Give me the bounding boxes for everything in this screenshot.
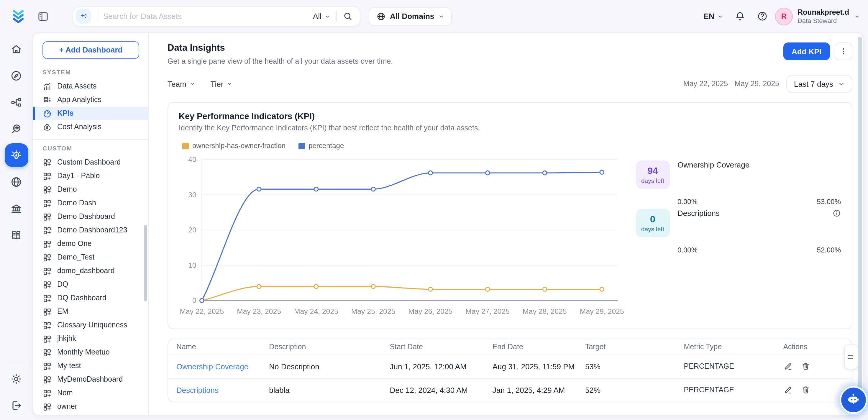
app-logo-icon[interactable] [11,8,26,24]
chevron-down-icon [854,13,860,19]
kpi-description-cell: No Description [269,362,390,371]
sidebar-item-search-dashboard[interactable]: Search Dashboard [33,414,148,415]
sidebar-item-demo-dash[interactable]: Demo Dash [33,197,148,210]
add-kpi-button[interactable]: Add KPI [783,42,830,60]
kpi-name-link[interactable]: Descriptions [176,386,219,394]
delete-kpi-button[interactable] [801,362,810,371]
rail-item-logout[interactable] [4,393,28,417]
kpi-progress-bar [678,218,841,246]
search-input[interactable] [103,12,313,21]
kpi-metric-type-cell: PERCENTAGE [684,362,783,370]
sidebar-item-demo-dashboard123[interactable]: Demo Dashboard123 [33,223,148,237]
global-search-bar: All [72,6,361,26]
app-analytics-icon [42,95,52,105]
user-menu[interactable]: R Rounakpreet.d Data Steward [775,7,860,25]
rail-item-governance[interactable] [4,197,28,220]
team-filter-dropdown[interactable]: Team [167,79,195,88]
data-assets-icon [42,82,52,91]
gear-icon [10,372,23,385]
kpi-target-cell: 53% [585,362,684,371]
days-left-badge: 94days left [636,160,670,189]
sidebar-item-label: demo One [57,239,92,248]
sidebar-item-owner[interactable]: owner [33,400,148,414]
sidebar-item-kpis[interactable]: KPIs [33,107,148,120]
sidebar-item-label: MyDemoDashboard [57,375,123,384]
kpi-summaries: 94days left Ownership Coverage 0.00%53.0… [624,140,841,322]
edit-kpi-button[interactable] [783,362,793,371]
dashboard-add-icon [42,348,52,357]
divider [97,11,97,22]
sidebar-item-mydemodashboard[interactable]: MyDemoDashboard [33,373,148,386]
sidebar-item-day1-pablo[interactable]: Day1 - Pablo [33,169,148,183]
sidebar-item-demo-dashboard[interactable]: Demo Dashboard [33,210,148,223]
period-dropdown[interactable]: Last 7 days [786,75,852,93]
sidebar-scrollbar[interactable] [144,225,147,301]
chat-assistant-button[interactable] [841,388,866,412]
search-icon[interactable] [343,11,353,21]
rail-item-explore[interactable] [4,64,28,87]
section-title-custom: CUSTOM [42,145,138,152]
sidebar-item-custom-dashboard[interactable]: Custom Dashboard [33,156,148,169]
dashboard-add-icon [42,375,52,384]
add-dashboard-button[interactable]: + Add Dashboard [42,41,139,59]
sidebar-item-label: My test [57,362,81,370]
info-icon[interactable] [832,209,841,218]
tier-filter-dropdown[interactable]: Tier [211,79,232,88]
delete-kpi-button[interactable] [801,385,810,395]
sidebar-item-label: DQ Dashboard [57,294,106,303]
sidebar-item-jhkjhk[interactable]: jhkjhk [33,332,148,346]
top-bar: All All Domains EN [0,0,868,32]
sidebar-toggle-icon[interactable] [35,8,51,25]
sidebar-item-label: App Analytics [57,96,101,104]
help-icon[interactable] [754,7,772,25]
workspace-panel: + Add Dashboard SYSTEMData AssetsApp Ana… [32,32,863,416]
kpi-end-date-cell: Aug 31, 2025, 11:59 PM [493,362,585,371]
page-title: Data Insights [167,42,393,53]
rail-item-home[interactable] [4,37,28,61]
sidebar-item-glossary-uniqueness[interactable]: Glossary Uniqueness [33,319,148,332]
collapsed-widget-tab[interactable] [844,344,858,369]
legend-swatch [299,143,305,149]
rail-item-insights[interactable] [4,143,28,167]
language-dropdown[interactable]: EN [704,12,723,21]
svg-text:20: 20 [188,226,196,234]
all-domains-dropdown[interactable]: All Domains [369,7,452,26]
more-options-kebab-icon[interactable] [834,42,852,60]
sidebar-item-monthly-meetuo[interactable]: Monthly Meetuo [33,346,148,359]
dashboard-add-icon [42,171,52,181]
sidebar-item-em[interactable]: EM [33,305,148,319]
sidebar-item-dq[interactable]: DQ [33,278,148,291]
sidebar-item-app-analytics[interactable]: App Analytics [33,93,148,107]
rail-divider [8,363,25,363]
legend-item-percentage[interactable]: percentage [299,142,344,150]
flow-icon [10,96,23,108]
rail-item-lineage[interactable] [4,90,28,114]
svg-text:May 29, 2025: May 29, 2025 [580,307,624,315]
sidebar-item-demo-test[interactable]: Demo_Test [33,251,148,264]
svg-text:30: 30 [188,191,196,199]
ai-sparkles-icon[interactable] [76,9,91,24]
dashboard-add-icon [42,253,52,262]
main-scrollbar[interactable] [857,36,862,409]
rail-item-settings[interactable] [4,367,28,390]
sidebar-item-my-test[interactable]: My test [33,359,148,373]
sidebar-item-demo-one[interactable]: demo One [33,237,148,251]
bank-icon [10,202,23,214]
sidebar-item-domo-dashboard[interactable]: domo_dashboard [33,264,148,278]
sidebar-item-dq-dashboard[interactable]: DQ Dashboard [33,291,148,305]
rail-item-web[interactable] [4,170,28,193]
search-scope-dropdown[interactable]: All [313,12,330,21]
sidebar-item-label: Custom Dashboard [57,158,121,167]
sidebar-item-cost-analysis[interactable]: Cost Analysis [33,120,148,134]
sidebar-item-data-assets[interactable]: Data Assets [33,80,148,93]
legend-item-ownership-has-owner-fraction[interactable]: ownership-has-owner-fraction [182,142,285,150]
notifications-bell-icon[interactable] [732,7,749,25]
kpi-name-link[interactable]: Ownership Coverage [176,362,248,371]
line-chart-svg: 010203040May 22, 2025May 23, 2025May 24,… [179,151,624,322]
sidebar-item-nom[interactable]: Nom [33,386,148,400]
rail-item-knowledge[interactable] [4,223,28,247]
kpi-card: Key Performance Indicators (KPI) Identif… [167,102,852,329]
sidebar-item-demo[interactable]: Demo [33,183,148,197]
edit-kpi-button[interactable] [783,385,793,395]
rail-item-discovery[interactable] [4,117,28,140]
